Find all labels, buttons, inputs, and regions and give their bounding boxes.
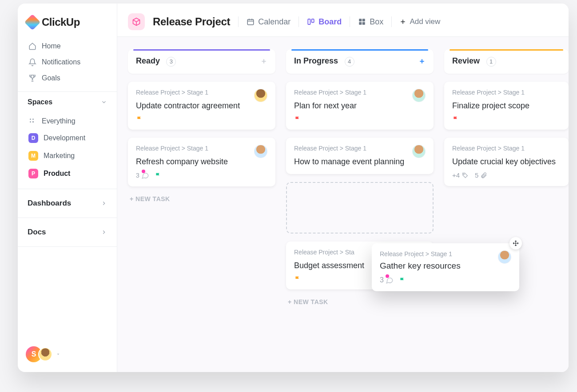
view-tab-box[interactable]: Box: [358, 17, 383, 27]
card-title: Update contractor agreement: [136, 100, 267, 111]
divider: [238, 16, 239, 27]
column-header: In Progress 4: [286, 49, 434, 74]
notification-dot-icon: [386, 274, 389, 278]
comment-count: 3: [136, 171, 149, 179]
brand: ClickUp: [18, 4, 117, 36]
svg-rect-14: [362, 22, 365, 25]
nav-goals[interactable]: Goals: [24, 70, 111, 86]
nav-home[interactable]: Home: [24, 38, 111, 54]
card-meta: 3: [136, 171, 267, 179]
column-in-progress: In Progress 4 Release Project > Stage 1 …: [286, 49, 434, 363]
view-tab-box-label: Box: [370, 17, 383, 27]
svg-point-21: [463, 174, 464, 174]
task-card[interactable]: Release Project > Stage 1 Finalize proje…: [444, 82, 569, 130]
drop-target[interactable]: [286, 182, 434, 234]
space-development-label: Development: [44, 134, 85, 142]
card-meta: [136, 115, 267, 123]
card-title: Gather key resources: [380, 261, 511, 271]
card-title: Plan for next year: [294, 100, 426, 111]
svg-point-1: [32, 119, 34, 120]
space-marketing-label: Marketing: [44, 152, 75, 160]
card-meta: +4 5: [452, 171, 561, 179]
column-title-wrap: Ready 3: [136, 56, 176, 67]
svg-rect-12: [362, 19, 365, 21]
comment-count: 3: [380, 276, 394, 284]
divider: [298, 16, 299, 27]
brand-logo-icon: [24, 14, 41, 31]
card-title: Finalize project scope: [452, 100, 561, 111]
svg-rect-3: [32, 121, 34, 123]
app-frame: ClickUp Home Notifications Goals Spaces: [18, 4, 569, 372]
nav-docs-label: Docs: [28, 228, 46, 237]
svg-rect-11: [359, 19, 362, 21]
view-tab-calendar[interactable]: Calendar: [247, 17, 290, 27]
user-avatar[interactable]: [38, 347, 52, 361]
task-card[interactable]: Release Project > Stage 1 Update contrac…: [128, 82, 275, 130]
flag-icon: [294, 115, 301, 123]
box-view-icon: [358, 18, 366, 26]
card-meta: 3: [380, 276, 511, 284]
column-title-wrap: In Progress 4: [294, 56, 354, 67]
card-breadcrumb: Release Project > Stage 1: [136, 89, 267, 96]
card-breadcrumb: Release Project > Stage 1: [452, 89, 561, 96]
nav-notifications[interactable]: Notifications: [24, 54, 111, 70]
divider: [391, 16, 392, 27]
new-task-button[interactable]: + NEW TASK: [286, 297, 434, 306]
topbar: Release Project Calendar Board Box Add v…: [117, 4, 569, 37]
svg-rect-10: [312, 19, 314, 23]
svg-marker-4: [57, 354, 60, 355]
nav-dashboards[interactable]: Dashboards: [18, 189, 117, 218]
space-development[interactable]: D Development: [24, 129, 111, 147]
assignee-avatar[interactable]: [411, 88, 426, 103]
add-view-label: Add view: [410, 17, 440, 26]
grid-icon: [28, 117, 36, 125]
column-stripe: [291, 49, 428, 51]
space-badge: D: [28, 133, 38, 143]
caret-down-icon[interactable]: [56, 352, 60, 356]
subtask-count: +4: [452, 171, 460, 179]
plus-icon: [400, 19, 406, 25]
project-title: Release Project: [153, 16, 230, 28]
column-add-icon[interactable]: [418, 58, 426, 65]
dragging-task-card[interactable]: Release Project > Stage 1 Gather key res…: [372, 243, 519, 291]
spaces-header[interactable]: Spaces: [18, 91, 117, 111]
view-tab-board-label: Board: [318, 17, 342, 27]
task-card[interactable]: Release Project > Stage 1 Plan for next …: [286, 82, 434, 130]
board-icon: [307, 18, 315, 26]
space-marketing[interactable]: M Marketing: [24, 147, 111, 165]
nav-docs[interactable]: Docs: [18, 218, 117, 247]
chevron-right-icon: [101, 229, 107, 235]
card-title: Update crucial key objectives: [452, 156, 561, 167]
column-stripe: [450, 49, 563, 51]
assignee-avatar[interactable]: [253, 88, 268, 103]
space-product[interactable]: P Product: [24, 165, 111, 182]
brand-name: ClickUp: [42, 16, 80, 28]
assignee-avatar[interactable]: [497, 249, 512, 265]
column-title: Review: [452, 56, 480, 65]
assignee-avatar[interactable]: [253, 144, 268, 159]
column-title: In Progress: [294, 56, 338, 65]
chevron-down-icon: [101, 99, 107, 105]
card-meta: [294, 115, 426, 123]
spaces-list: Everything D Development M Marketing P P…: [18, 111, 117, 189]
column-add-icon[interactable]: [260, 58, 267, 65]
nav-goals-label: Goals: [42, 74, 60, 82]
space-everything[interactable]: Everything: [24, 113, 111, 129]
task-card[interactable]: Release Project > Stage 1 Update crucial…: [444, 138, 569, 186]
card-meta: [452, 115, 561, 123]
new-task-button[interactable]: + NEW TASK: [128, 194, 275, 203]
flag-icon: [136, 115, 143, 123]
task-card[interactable]: Release Project > Stage 1 How to manage …: [286, 138, 434, 174]
add-view[interactable]: Add view: [400, 17, 440, 26]
task-card[interactable]: Release Project > Stage 1 Refresh compan…: [128, 138, 275, 186]
sidebar: ClickUp Home Notifications Goals Spaces: [18, 4, 117, 372]
card-breadcrumb: Release Project > Stage 1: [294, 89, 426, 96]
view-tab-calendar-label: Calendar: [258, 17, 290, 27]
spaces-header-label: Spaces: [28, 98, 52, 106]
home-icon: [28, 42, 36, 50]
sidebar-footer: S: [18, 346, 117, 372]
view-tab-board[interactable]: Board: [307, 17, 342, 27]
assignee-avatar[interactable]: [411, 144, 426, 159]
calendar-icon: [247, 18, 255, 26]
column-header: Ready 3: [128, 49, 275, 74]
